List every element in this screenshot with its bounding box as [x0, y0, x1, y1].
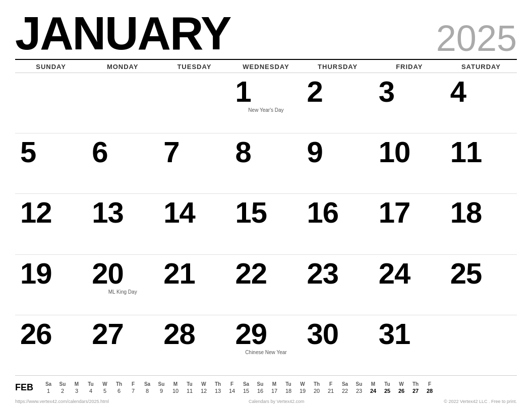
- day-number: 16: [307, 198, 339, 227]
- mini-calendar-section: FEB SaSuMTuWThFSaSuMTuWThFSaSuMTuWThFSaS…: [15, 375, 517, 397]
- day-cell: 17: [374, 194, 445, 254]
- mini-day-cell: 21: [324, 387, 338, 394]
- day-number: 22: [235, 259, 267, 288]
- day-number: 11: [450, 138, 482, 167]
- week-row: 567891011: [15, 133, 517, 194]
- mini-header-cell: M: [70, 381, 84, 387]
- mini-day-cell: 18: [281, 387, 295, 394]
- mini-header-cell: F: [126, 381, 140, 387]
- mini-day-cell: 10: [168, 387, 183, 394]
- mini-header-cell: M: [366, 381, 380, 387]
- day-number: 2: [307, 77, 323, 106]
- day-cell: 4: [445, 73, 517, 133]
- day-number: 12: [20, 198, 52, 227]
- day-number: 28: [163, 319, 195, 349]
- mini-header-cell: Tu: [84, 381, 98, 387]
- mini-day-cell: 7: [126, 387, 140, 394]
- mini-grid: SaSuMTuWThFSaSuMTuWThFSaSuMTuWThFSaSuMTu…: [41, 381, 437, 394]
- mini-day-cell: 23: [352, 387, 366, 394]
- week-row: 1920ML King Day2122232425: [15, 255, 517, 315]
- day-header: FRIDAY: [374, 63, 445, 71]
- day-number: 17: [379, 198, 410, 227]
- mini-header-cell: Su: [154, 381, 168, 387]
- mini-day-cell: 12: [197, 387, 211, 394]
- day-number: 23: [307, 259, 339, 288]
- day-number: 5: [20, 138, 36, 167]
- mini-header-cell: W: [197, 381, 211, 387]
- day-cell: 22: [230, 255, 302, 315]
- mini-header-cell: Tu: [183, 381, 197, 387]
- mini-day-cell: 13: [211, 387, 225, 394]
- mini-header-cell: Th: [112, 381, 126, 387]
- day-cell: 10: [374, 133, 445, 193]
- mini-header-cell: M: [267, 381, 281, 387]
- day-number: 31: [379, 319, 410, 349]
- day-number: 7: [163, 138, 179, 167]
- day-number: 30: [307, 319, 339, 349]
- day-number: 29: [235, 319, 267, 349]
- mini-day-cell: 17: [267, 387, 281, 394]
- day-cell: 29Chinese New Year: [230, 315, 302, 375]
- footer-center: Calendars by Vertex42.com: [249, 399, 305, 404]
- calendar-page: JANUARY 2025 SUNDAYMONDAYTUESDAYWEDNESDA…: [0, 0, 532, 410]
- mini-day-cell: 4: [84, 387, 98, 394]
- day-cell: 16: [302, 194, 374, 254]
- mini-day-cell: 6: [112, 387, 126, 394]
- day-cell: 0: [15, 73, 87, 133]
- mini-header-cell: Th: [408, 381, 423, 387]
- mini-day-cell: 24: [366, 387, 380, 394]
- mini-day-cell: 5: [98, 387, 112, 394]
- day-cell: 28: [158, 315, 230, 375]
- day-cell: 25: [445, 255, 517, 315]
- day-number: 6: [92, 138, 107, 167]
- footer-left: https://www.vertex42.com/calendars/2025.…: [15, 399, 109, 404]
- mini-header-cell: Sa: [41, 381, 55, 387]
- weeks-container: 0001New Year's Day2345678910111213141516…: [15, 73, 517, 375]
- month-title: JANUARY: [15, 10, 230, 56]
- mini-day-cell: 16: [253, 387, 267, 394]
- week-row: 0001New Year's Day234: [15, 73, 517, 133]
- mini-day-cell: 9: [154, 387, 168, 394]
- day-number: 15: [235, 198, 267, 227]
- holiday-label: New Year's Day: [235, 107, 297, 113]
- day-cell: 15: [230, 194, 302, 254]
- day-cell: 1New Year's Day: [230, 73, 302, 133]
- footer-right: © 2022 Vertex42 LLC . Free to print.: [444, 399, 517, 404]
- day-header: SATURDAY: [445, 63, 517, 71]
- mini-header-cell: F: [423, 381, 437, 387]
- day-headers-row: SUNDAYMONDAYTUESDAYWEDNESDAYTHURSDAYFRID…: [15, 59, 517, 73]
- mini-month-label: FEB: [15, 382, 35, 393]
- day-cell: 27: [87, 315, 158, 375]
- day-cell: 7: [158, 133, 230, 193]
- mini-day-cell: 27: [408, 387, 423, 394]
- day-header: THURSDAY: [302, 63, 374, 71]
- day-number: 26: [20, 319, 52, 349]
- mini-day-cell: 28: [423, 387, 437, 394]
- day-cell: 13: [87, 194, 158, 254]
- mini-day-cell: 11: [183, 387, 197, 394]
- day-cell: 2: [302, 73, 374, 133]
- day-number: 4: [450, 77, 466, 106]
- day-cell: 24: [374, 255, 445, 315]
- day-number: 14: [163, 198, 195, 227]
- day-number: 18: [450, 198, 482, 227]
- day-number: 21: [163, 259, 195, 288]
- mini-header-cell: Sa: [140, 381, 154, 387]
- mini-header-cell: Sa: [239, 381, 253, 387]
- mini-header-cell: Th: [310, 381, 324, 387]
- day-number: 0: [450, 319, 466, 349]
- footer-bar: https://www.vertex42.com/calendars/2025.…: [15, 397, 517, 405]
- day-cell: 14: [158, 194, 230, 254]
- day-cell: 11: [445, 133, 517, 193]
- day-number: 20: [92, 259, 124, 288]
- day-number: 8: [235, 138, 251, 167]
- mini-header-cell: F: [225, 381, 239, 387]
- day-number: 13: [92, 198, 124, 227]
- mini-header-cell: W: [295, 381, 310, 387]
- day-cell: 20ML King Day: [87, 255, 158, 315]
- day-cell: 30: [302, 315, 374, 375]
- mini-day-cell: 14: [225, 387, 239, 394]
- day-number: 19: [20, 259, 52, 288]
- mini-day-cell: 3: [70, 387, 84, 394]
- calendar-header: JANUARY 2025: [15, 10, 517, 56]
